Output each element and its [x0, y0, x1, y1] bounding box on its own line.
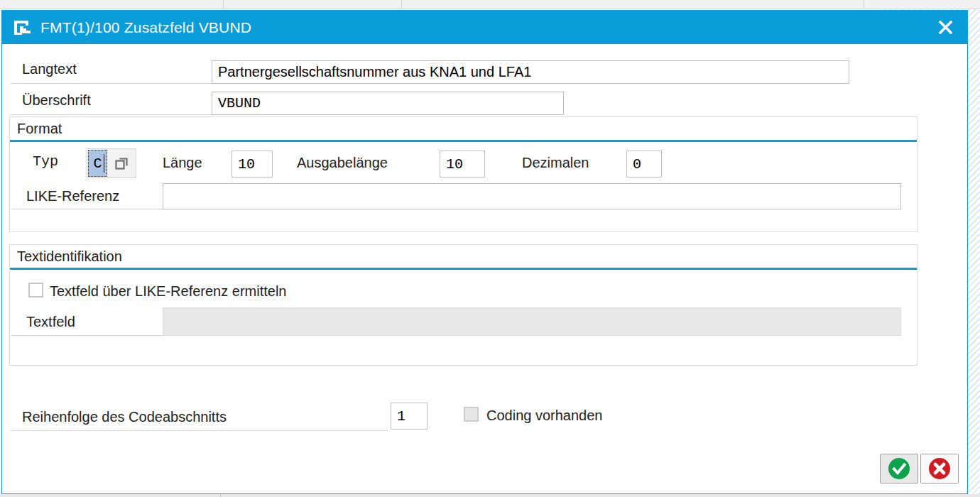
background-bottom-strip: [0, 494, 980, 497]
textidentifikation-group-rule: [10, 268, 917, 270]
close-x-icon[interactable]: [935, 17, 956, 38]
reihenfolge-input[interactable]: [391, 403, 428, 430]
langtext-label: Langtext: [11, 55, 212, 84]
zusatzfeld-dialog: FMT(1)/100 Zusatzfeld VBUND Langtext Übe…: [1, 10, 968, 494]
dialog-titlebar: FMT(1)/100 Zusatzfeld VBUND: [2, 11, 967, 44]
langtext-input[interactable]: [212, 60, 849, 84]
textidentifikation-group-title: Textidentifikation: [17, 248, 122, 265]
like-referenz-input[interactable]: [163, 183, 901, 209]
ueberschrift-input[interactable]: [212, 92, 564, 115]
dialog-window-icon: [13, 20, 32, 36]
reihenfolge-label: Reihenfolge des Codeabschnitts: [11, 403, 388, 431]
background-column-divider: [401, 0, 402, 9]
confirm-button[interactable]: [880, 454, 918, 484]
typ-value[interactable]: C: [88, 150, 107, 177]
coding-vorhanden-label: Coding vorhanden: [486, 408, 602, 424]
textfeld-label: Textfeld: [11, 307, 163, 336]
dezimalen-input[interactable]: [626, 151, 662, 178]
dezimalen-label: Dezimalen: [522, 155, 589, 171]
green-check-circle-icon: [887, 457, 911, 481]
textfeld-like-checkbox-label: Textfeld über LIKE-Referenz ermitteln: [50, 283, 287, 300]
laenge-label: Länge: [163, 155, 202, 171]
background-column-divider: [220, 494, 221, 497]
format-groupbox: Format Typ C Länge Ausgabelänge Dezimale…: [9, 116, 918, 232]
typ-combobox[interactable]: C: [87, 148, 136, 178]
value-list-icon[interactable]: [108, 149, 135, 178]
red-cross-circle-icon: [927, 457, 952, 481]
ausgabelaenge-input[interactable]: [440, 151, 485, 178]
dialog-title: FMT(1)/100 Zusatzfeld VBUND: [40, 19, 251, 36]
ausgabelaenge-label: Ausgabelänge: [297, 155, 388, 171]
background-column-divider: [864, 0, 864, 9]
typ-label: Typ: [33, 153, 58, 170]
background-table-header: [0, 0, 980, 9]
textfeld-input-disabled: [163, 307, 901, 336]
textfeld-like-checkbox[interactable]: [28, 283, 43, 297]
format-group-rule: [10, 140, 917, 142]
textidentifikation-groupbox: Textidentifikation Textfeld über LIKE-Re…: [9, 244, 918, 366]
cancel-button[interactable]: [920, 454, 959, 484]
coding-vorhanden-checkbox: [464, 407, 479, 422]
like-referenz-label: LIKE-Referenz: [11, 183, 163, 209]
laenge-input[interactable]: [232, 151, 273, 178]
format-group-title: Format: [17, 121, 62, 137]
background-column-divider: [223, 0, 224, 9]
ueberschrift-label: Überschrift: [11, 86, 212, 115]
